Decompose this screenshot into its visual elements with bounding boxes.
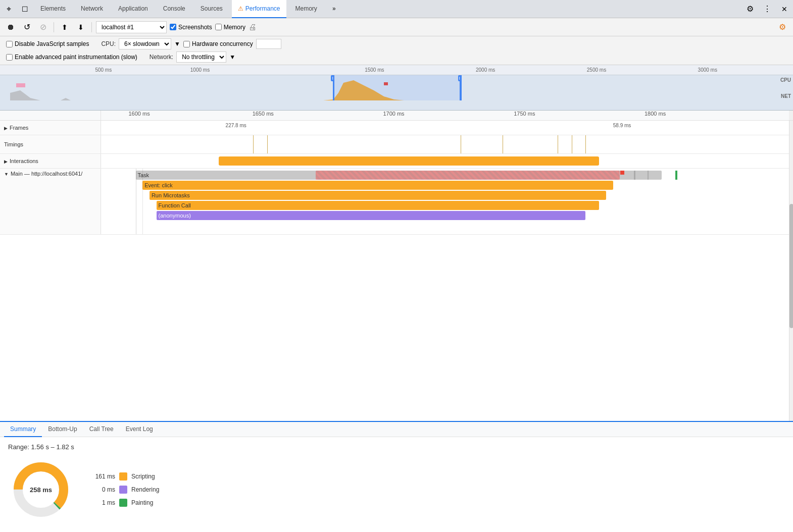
flame-anonymous[interactable]: (anonymous)	[157, 211, 585, 220]
record-button[interactable]: ⏺	[4, 21, 17, 34]
svg-rect-3	[16, 83, 25, 87]
frame-time-2: 58.9 ms	[613, 123, 631, 128]
frames-track-row: Frames 227.8 ms 58.9 ms	[0, 121, 793, 135]
selection-left-handle[interactable]: I	[333, 75, 334, 100]
tick-1500: 1500 ms	[365, 67, 384, 73]
tick-500: 500 ms	[95, 67, 112, 73]
tab-performance[interactable]: ⚠ Performance	[232, 0, 286, 18]
reload-record-button[interactable]: ↺	[20, 21, 33, 34]
rendering-swatch	[119, 486, 127, 494]
donut-chart: 258 ms	[8, 457, 74, 522]
enable-paint-label[interactable]: Enable advanced paint instrumentation (s…	[6, 54, 137, 61]
tab-sources[interactable]: Sources	[194, 0, 229, 18]
hardware-concurrency-checkbox[interactable]	[183, 41, 190, 47]
ruler-ticks-container: 1600 ms 1650 ms 1700 ms 1750 ms 1800 ms	[101, 111, 789, 120]
overview-chart: I I CPU NET	[0, 75, 793, 111]
tab-bottom-up[interactable]: Bottom-Up	[42, 422, 83, 437]
bottom-panel: Summary Bottom-Up Call Tree Event Log Ra…	[0, 421, 793, 532]
timings-label[interactable]: Timings	[0, 135, 101, 153]
perf-settings-button[interactable]: ⚙	[776, 21, 789, 34]
frame-time-1: 227.8 ms	[226, 123, 246, 128]
responsive-mode-icon[interactable]: ☐	[18, 3, 31, 16]
selection-overlay[interactable]	[333, 75, 460, 100]
overview-ruler: 500 ms 1000 ms 1500 ms 2000 ms 2500 ms 3…	[0, 65, 793, 75]
download-button[interactable]: ⬇	[74, 21, 87, 34]
tab-memory[interactable]: Memory	[289, 0, 323, 18]
network-throttle-select[interactable]: No throttling	[176, 51, 226, 63]
disable-js-label[interactable]: Disable JavaScript samples	[6, 40, 89, 47]
settings-button[interactable]: ⚙	[744, 3, 757, 16]
close-button[interactable]: ✕	[778, 3, 791, 16]
legend-rendering: 0 ms Rendering	[90, 486, 159, 494]
timing-marker-4	[503, 135, 503, 153]
tab-call-tree[interactable]: Call Tree	[83, 422, 120, 437]
network-dropdown-arrow: ▼	[229, 54, 235, 61]
screenshots-checkbox-label[interactable]: Screenshots	[170, 24, 212, 31]
frames-label[interactable]: Frames	[0, 121, 101, 135]
svg-marker-0	[0, 90, 71, 100]
summary-body: 258 ms 161 ms Scripting 0 ms Rendering	[8, 457, 785, 522]
interaction-bar[interactable]	[219, 156, 600, 166]
options-row-1: Disable JavaScript samples CPU: 6× slowd…	[6, 38, 787, 49]
tab-elements[interactable]: Elements	[34, 0, 72, 18]
small-task-1	[634, 171, 635, 180]
more-options-button[interactable]: ⋮	[761, 3, 774, 16]
legend-painting: 1 ms Painting	[90, 499, 159, 507]
flame-event-click[interactable]: Event: click	[142, 181, 613, 190]
selection-right-handle[interactable]: I	[460, 75, 462, 100]
timing-marker-2	[267, 135, 268, 153]
donut-center-label: 258 ms	[30, 486, 52, 494]
disable-js-checkbox[interactable]	[6, 41, 13, 47]
cpu-dropdown-arrow: ▼	[174, 40, 180, 47]
timing-marker-3	[461, 135, 461, 153]
timeline-overview[interactable]: 500 ms 1000 ms 1500 ms 2000 ms 2500 ms 3…	[0, 65, 793, 111]
detail-tick-1700: 1700 ms	[383, 111, 404, 117]
summary-main: Range: 1.56 s – 1.82 s	[8, 443, 785, 522]
track-inner-line	[142, 169, 143, 234]
detail-section: 1600 ms 1650 ms 1700 ms 1750 ms 1800 ms …	[0, 111, 793, 421]
flame-task-long[interactable]	[316, 171, 620, 180]
hardware-concurrency-input[interactable]: 10	[256, 39, 281, 49]
toolbar-right: ⚙	[776, 21, 789, 34]
ruler-spacer	[0, 111, 101, 120]
main-flame-content[interactable]: Task Event: click Run Microtasks	[101, 169, 793, 234]
flame-run-microtasks[interactable]: Run Microtasks	[150, 191, 606, 200]
interactions-expand-icon	[4, 158, 8, 164]
timing-marker-1	[253, 135, 254, 153]
frames-content: 227.8 ms 58.9 ms	[101, 121, 793, 135]
net-label: NET	[781, 93, 791, 99]
memory-checkbox[interactable]	[215, 24, 222, 30]
tab-summary[interactable]: Summary	[4, 422, 42, 437]
cpu-throttle-select[interactable]: 6× slowdown	[119, 38, 171, 49]
tab-network[interactable]: Network	[75, 0, 109, 18]
timings-content	[101, 135, 793, 153]
scrollbar-thumb[interactable]	[789, 204, 793, 328]
options-bar: Disable JavaScript samples CPU: 6× slowd…	[0, 36, 793, 65]
main-label[interactable]: Main — http://localhost:6041/	[0, 169, 101, 234]
rendering-value: 0 ms	[90, 486, 115, 493]
tab-console[interactable]: Console	[157, 0, 191, 18]
options-row-2: Enable advanced paint instrumentation (s…	[6, 51, 787, 63]
scripting-swatch	[119, 472, 127, 481]
upload-button[interactable]: ⬆	[58, 21, 71, 34]
clear-button[interactable]: ⊘	[36, 21, 49, 34]
vertical-scrollbar[interactable]	[789, 111, 793, 421]
cursor-mode-icon[interactable]: ⌖	[2, 3, 15, 16]
enable-paint-checkbox[interactable]	[6, 54, 13, 61]
hardware-concurrency-label[interactable]: Hardware concurrency	[183, 40, 253, 47]
tab-more[interactable]: »	[326, 0, 342, 18]
warning-icon: ⚠	[238, 5, 243, 12]
tab-application[interactable]: Application	[112, 0, 154, 18]
memory-checkbox-label[interactable]: Memory	[215, 24, 245, 31]
track-start-line	[136, 169, 136, 234]
painting-swatch	[119, 499, 127, 507]
tab-event-log[interactable]: Event Log	[120, 422, 159, 437]
network-row: Network: No throttling ▼	[150, 51, 235, 63]
interactions-label[interactable]: Interactions	[0, 154, 101, 168]
frames-expand-icon	[4, 125, 8, 131]
interactions-content	[101, 154, 793, 168]
flame-function-call[interactable]: Function Call	[157, 201, 600, 210]
profile-select[interactable]: localhost #1	[96, 21, 167, 33]
screenshots-checkbox[interactable]	[170, 24, 176, 30]
painting-label: Painting	[131, 499, 153, 506]
